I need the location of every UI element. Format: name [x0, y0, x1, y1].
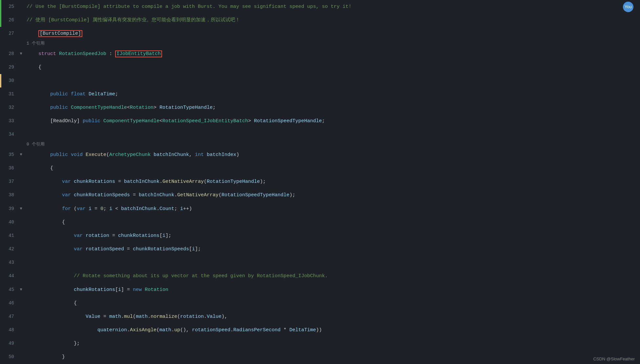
gutter-cell — [18, 297, 24, 310]
code-line-content: Value = math.mul(math.normalize(rotation… — [24, 310, 640, 323]
code-line-row: 44 // Rotate something about its up vect… — [0, 269, 640, 283]
line-number: 34 — [0, 128, 18, 141]
line-number: 45 — [0, 283, 18, 297]
code-line-content — [24, 128, 640, 141]
top-bar: You — [623, 0, 640, 13]
code-line-row: 26// 使用 [BurstCompile] 属性编译具有突发的作业。您可能会看… — [0, 13, 640, 27]
gutter-cell[interactable]: ▼ — [18, 47, 24, 61]
ref-count-row: 0 个引用 — [0, 141, 640, 148]
code-line-content: [ReadOnly] public ComponentTypeHandle<Ro… — [24, 114, 640, 128]
gutter-cell — [18, 256, 24, 269]
gutter-cell — [18, 0, 24, 13]
code-line-row: 45▼ chunkRotations[i] = new Rotation — [0, 283, 640, 297]
code-line-row: 47 Value = math.mul(math.normalize(rotat… — [0, 310, 640, 323]
ref-count-row: 1 个引用 — [0, 40, 640, 47]
line-number: 36 — [0, 162, 18, 175]
line-number: 43 — [0, 256, 18, 269]
gutter-cell — [18, 114, 24, 128]
line-number: 38 — [0, 188, 18, 202]
code-line-content: // Rotate something about its up vector … — [24, 269, 640, 283]
ref-count-text: 0 个引用 — [24, 141, 640, 148]
line-number: 35 — [0, 148, 18, 162]
ref-count-text: 1 个引用 — [24, 40, 640, 47]
code-line-row: 28▼ struct RotationSpeedJob : IJobEntity… — [0, 47, 640, 61]
gutter-cell — [18, 310, 24, 323]
code-line-content: struct RotationSpeedJob : IJobEntityBatc… — [24, 47, 640, 61]
code-line-row: 40 { — [0, 216, 640, 229]
gutter-cell — [18, 13, 24, 27]
gutter-cell — [18, 74, 24, 87]
gutter-cell — [18, 87, 24, 101]
code-line-content: }; — [24, 337, 640, 350]
line-number: 31 — [0, 87, 18, 101]
line-number: 30 — [0, 74, 18, 87]
code-line-content: var rotation = chunkRotations[i]; — [24, 229, 640, 242]
fold-icon[interactable]: ▼ — [20, 206, 22, 211]
gutter-cell — [18, 269, 24, 283]
code-line-content — [24, 256, 640, 269]
watermark-text: CSDN @SlowFeather — [593, 356, 635, 361]
code-line-row: 37 var chunkRotations = batchInChunk.Get… — [0, 175, 640, 188]
line-number: 29 — [0, 61, 18, 74]
line-number: 44 — [0, 269, 18, 283]
code-line-row: 34 — [0, 128, 640, 141]
gutter-cell — [18, 323, 24, 337]
line-number: 33 — [0, 114, 18, 128]
gutter-cell[interactable]: ▼ — [18, 148, 24, 162]
line-number: 27 — [0, 27, 18, 40]
code-line-row: 27 [BurstCompile] — [0, 27, 640, 40]
gutter-empty — [18, 40, 24, 47]
code-line-row: 35▼ public void Execute(ArchetypeChunk b… — [0, 148, 640, 162]
user-avatar: You — [623, 2, 633, 12]
line-num-empty — [0, 40, 18, 47]
line-number: 41 — [0, 229, 18, 242]
fold-icon[interactable]: ▼ — [20, 287, 22, 292]
code-table: 25// Use the [BurstCompile] attribute to… — [0, 0, 640, 364]
gutter-cell — [18, 27, 24, 40]
line-number: 25 — [0, 0, 18, 13]
code-line-content: { — [24, 61, 640, 74]
gutter-empty — [18, 141, 24, 148]
code-line-row: 36 { — [0, 162, 640, 175]
code-line-row: 38 var chunkRotationSpeeds = batchInChun… — [0, 188, 640, 202]
fold-icon[interactable]: ▼ — [20, 51, 22, 56]
line-number: 46 — [0, 297, 18, 310]
line-number: 49 — [0, 337, 18, 350]
code-line-row: 39▼ for (var i = 0; i < batchInChunk.Cou… — [0, 202, 640, 216]
line-number: 39 — [0, 202, 18, 216]
gutter-cell — [18, 350, 24, 364]
gutter-cell — [18, 216, 24, 229]
code-line-content: { — [24, 162, 640, 175]
code-line-row: 32 public ComponentTypeHandle<Rotation> … — [0, 101, 640, 114]
gutter-cell — [18, 242, 24, 256]
gutter-cell[interactable]: ▼ — [18, 202, 24, 216]
code-line-content: { — [24, 216, 640, 229]
gutter-cell — [18, 229, 24, 242]
gutter-cell — [18, 162, 24, 175]
gutter-cell — [18, 61, 24, 74]
code-line-content: public ComponentTypeHandle<Rotation> Rot… — [24, 101, 640, 114]
code-line-content: public void Execute(ArchetypeChunk batch… — [24, 148, 640, 162]
line-number: 26 — [0, 13, 18, 27]
code-line-content: for (var i = 0; i < batchInChunk.Count; … — [24, 202, 640, 216]
code-line-row: 33 [ReadOnly] public ComponentTypeHandle… — [0, 114, 640, 128]
code-line-content: quaternion.AxisAngle(math.up(), rotation… — [24, 323, 640, 337]
code-line-row: 49 }; — [0, 337, 640, 350]
fold-icon[interactable]: ▼ — [20, 152, 22, 157]
gutter-cell — [18, 188, 24, 202]
line-number: 48 — [0, 323, 18, 337]
code-line-content: chunkRotations[i] = new Rotation — [24, 283, 640, 297]
code-line-row: 48 quaternion.AxisAngle(math.up(), rotat… — [0, 323, 640, 337]
gutter-cell — [18, 128, 24, 141]
line-number: 47 — [0, 310, 18, 323]
code-line-content: var chunkRotationSpeeds = batchInChunk.G… — [24, 188, 640, 202]
gutter-cell[interactable]: ▼ — [18, 283, 24, 297]
code-line-row: 46 { — [0, 297, 640, 310]
code-line-content: [BurstCompile] — [24, 27, 640, 40]
code-line-content — [24, 74, 640, 87]
code-line-content: } — [24, 350, 640, 364]
line-num-empty — [0, 141, 18, 148]
line-number: 50 — [0, 350, 18, 364]
line-number: 42 — [0, 242, 18, 256]
line-number: 40 — [0, 216, 18, 229]
